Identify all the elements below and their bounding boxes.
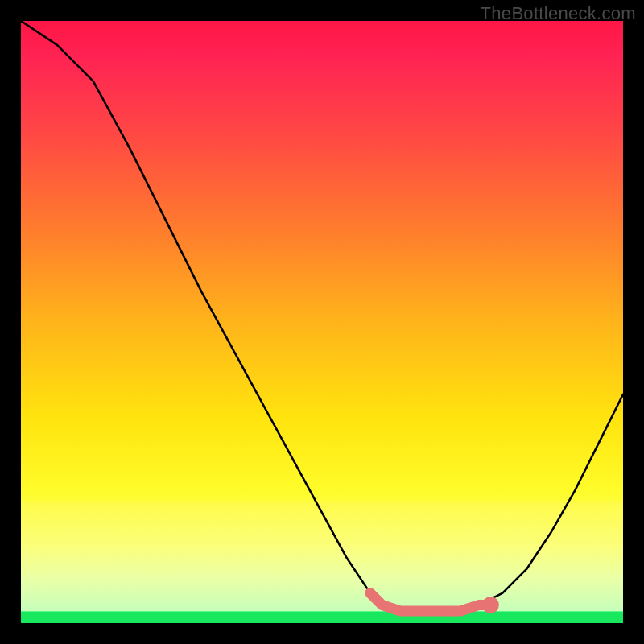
- curve-overlay: [21, 21, 623, 623]
- optimal-zone-highlight: [370, 593, 491, 611]
- plot-area: [21, 21, 623, 623]
- highlight-end-dot: [482, 597, 499, 613]
- chart-frame: TheBottleneck.com: [0, 0, 644, 644]
- watermark-text: TheBottleneck.com: [481, 3, 636, 24]
- bottleneck-curve: [21, 21, 623, 611]
